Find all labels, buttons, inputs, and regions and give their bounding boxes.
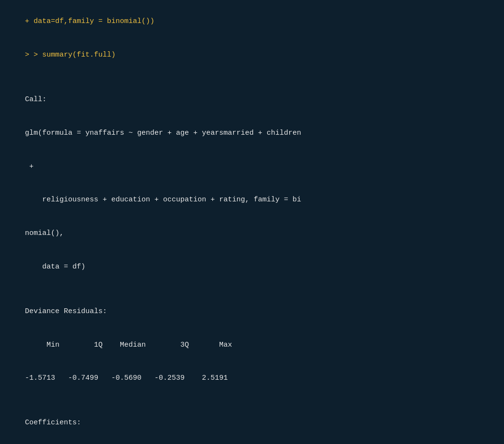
blank-line-1 bbox=[8, 72, 496, 83]
blank-line-3 bbox=[8, 395, 496, 406]
command-text: > summary(fit.full) bbox=[34, 51, 116, 59]
deviance-header: Min 1Q Median 3Q Max bbox=[25, 341, 232, 349]
deviance-header-line: Min 1Q Median 3Q Max bbox=[8, 328, 496, 362]
prompt-symbol: > bbox=[25, 51, 34, 59]
glm-text-3: religiousness + education + occupation +… bbox=[25, 196, 301, 204]
deviance-values: -1.5713 -0.7499 -0.5690 -0.2539 2.5191 bbox=[25, 374, 228, 382]
prompt-line: > > summary(fit.full) bbox=[8, 38, 496, 72]
blank-line-2 bbox=[8, 283, 496, 294]
coefficients-label-line: Coefficients: bbox=[8, 406, 496, 440]
continuation-text: + data=df,family = binomial()) bbox=[25, 17, 154, 25]
coeff-header-line: Estimate Std. Error z value Pr(>|z|) bbox=[8, 440, 496, 444]
deviance-values-line: -1.5713 -0.7499 -0.5690 -0.2539 2.5191 bbox=[8, 362, 496, 395]
glm-text-1: glm(formula = ynaffairs ~ gender + age +… bbox=[25, 129, 301, 137]
deviance-label-line: Deviance Residuals: bbox=[8, 295, 496, 328]
glm-line-5: data = df) bbox=[8, 250, 496, 284]
terminal-output: + data=df,family = binomial()) > > summa… bbox=[8, 5, 496, 444]
call-label-line: Call: bbox=[8, 83, 496, 117]
glm-line-1: glm(formula = ynaffairs ~ gender + age +… bbox=[8, 117, 496, 150]
call-label: Call: bbox=[25, 95, 47, 104]
glm-line-2: + bbox=[8, 150, 496, 183]
glm-line-3: religiousness + education + occupation +… bbox=[8, 183, 496, 217]
glm-text-2: + bbox=[25, 163, 34, 171]
glm-line-4: nomial(), bbox=[8, 217, 496, 250]
top-continuation-line: + data=df,family = binomial()) bbox=[8, 5, 496, 38]
glm-text-4: nomial(), bbox=[25, 229, 64, 237]
glm-text-5: data = df) bbox=[25, 263, 85, 271]
deviance-label: Deviance Residuals: bbox=[25, 307, 107, 315]
coefficients-label: Coefficients: bbox=[25, 419, 81, 427]
